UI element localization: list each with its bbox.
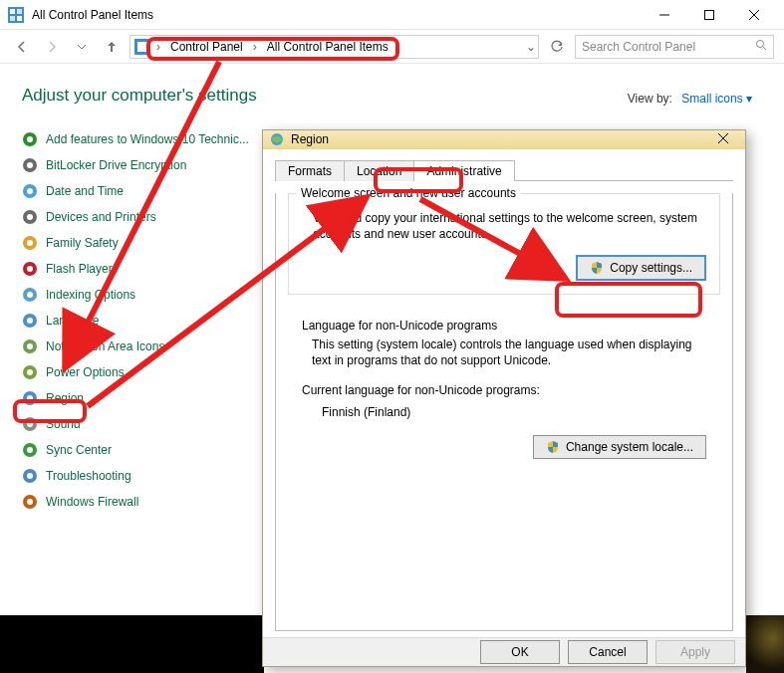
item-icon bbox=[22, 338, 38, 354]
svg-point-14 bbox=[27, 136, 33, 142]
svg-point-36 bbox=[27, 421, 33, 427]
shield-icon bbox=[546, 440, 560, 454]
item-label: Indexing Options bbox=[46, 288, 135, 302]
cp-folder-icon bbox=[134, 39, 150, 55]
search-icon bbox=[755, 39, 767, 54]
item-icon bbox=[22, 468, 38, 484]
svg-rect-3 bbox=[10, 16, 15, 21]
ok-button[interactable]: OK bbox=[480, 640, 560, 664]
svg-point-28 bbox=[27, 318, 33, 324]
maximize-button[interactable] bbox=[686, 0, 731, 29]
view-by: View by: Small icons ▾ bbox=[628, 92, 752, 106]
item-icon bbox=[22, 235, 38, 251]
svg-rect-6 bbox=[704, 10, 713, 19]
group-text: This setting (system locale) controls th… bbox=[312, 336, 706, 368]
item-label: Devices and Printers bbox=[46, 210, 156, 224]
item-icon bbox=[22, 131, 38, 147]
tab-location[interactable]: Location bbox=[344, 160, 414, 181]
item-icon bbox=[22, 183, 38, 199]
decorative-footer bbox=[746, 615, 784, 673]
group-legend: Language for non-Unicode programs bbox=[302, 319, 497, 333]
item-icon bbox=[22, 364, 38, 380]
nav-history-dropdown[interactable] bbox=[70, 35, 94, 59]
close-button[interactable] bbox=[731, 0, 776, 29]
breadcrumb-item[interactable]: Control Panel bbox=[166, 38, 247, 56]
breadcrumb-item[interactable]: All Control Panel Items bbox=[263, 38, 392, 56]
item-label: BitLocker Drive Encryption bbox=[46, 158, 186, 172]
window-titlebar: All Control Panel Items bbox=[0, 0, 784, 30]
svg-rect-4 bbox=[17, 16, 22, 21]
change-locale-button[interactable]: Change system locale... bbox=[533, 435, 706, 459]
item-icon bbox=[22, 157, 38, 173]
region-icon bbox=[269, 131, 285, 147]
svg-point-40 bbox=[27, 473, 33, 479]
control-panel-icon bbox=[8, 7, 24, 23]
svg-point-32 bbox=[27, 369, 33, 375]
svg-point-16 bbox=[27, 162, 33, 168]
dialog-titlebar[interactable]: Region bbox=[263, 130, 745, 149]
view-by-dropdown[interactable]: Small icons ▾ bbox=[681, 92, 752, 106]
nav-forward-button[interactable] bbox=[40, 35, 64, 59]
dialog-title: Region bbox=[291, 132, 707, 146]
copy-settings-button[interactable]: Copy settings... bbox=[577, 256, 705, 280]
current-locale-label: Current language for non-Unicode program… bbox=[302, 382, 706, 398]
region-dialog: Region Formats Location Administrative W… bbox=[262, 129, 746, 667]
svg-rect-2 bbox=[17, 9, 22, 14]
svg-point-26 bbox=[27, 292, 33, 298]
tab-formats[interactable]: Formats bbox=[275, 160, 345, 181]
item-label: Language bbox=[46, 314, 99, 328]
tab-content: Welcome screen and new user accounts Vie… bbox=[275, 193, 733, 631]
svg-point-20 bbox=[27, 214, 33, 220]
svg-point-34 bbox=[27, 395, 33, 401]
item-label: Power Options bbox=[46, 365, 125, 379]
svg-point-11 bbox=[757, 41, 764, 48]
item-icon bbox=[22, 261, 38, 277]
svg-line-12 bbox=[763, 47, 766, 50]
breadcrumb-sep-icon: › bbox=[154, 40, 162, 54]
apply-button[interactable]: Apply bbox=[655, 640, 735, 664]
svg-point-18 bbox=[27, 188, 33, 194]
item-label: Sync Center bbox=[46, 443, 112, 457]
item-icon bbox=[22, 390, 38, 406]
item-label: Family Safety bbox=[46, 236, 119, 250]
navigation-bar: › Control Panel › All Control Panel Item… bbox=[0, 30, 784, 64]
window-title: All Control Panel Items bbox=[32, 8, 642, 22]
item-label: Date and Time bbox=[46, 184, 124, 198]
svg-rect-1 bbox=[10, 9, 15, 14]
minimize-button[interactable] bbox=[642, 0, 686, 29]
refresh-button[interactable] bbox=[545, 35, 569, 59]
group-text: View and copy your international setting… bbox=[313, 210, 705, 242]
item-label: Notification Area Icons bbox=[46, 339, 164, 353]
dialog-close-button[interactable] bbox=[707, 132, 739, 146]
svg-rect-10 bbox=[137, 42, 147, 52]
svg-point-42 bbox=[27, 499, 33, 505]
decorative-footer bbox=[0, 615, 264, 673]
item-icon bbox=[22, 209, 38, 225]
cancel-button[interactable]: Cancel bbox=[568, 640, 648, 664]
search-placeholder: Search Control Panel bbox=[582, 40, 695, 54]
address-dropdown-icon[interactable]: ⌄ bbox=[526, 40, 536, 54]
svg-point-22 bbox=[27, 240, 33, 246]
item-icon bbox=[22, 287, 38, 303]
item-icon bbox=[22, 494, 38, 510]
current-locale-value: Finnish (Finland) bbox=[322, 404, 706, 420]
svg-point-38 bbox=[27, 447, 33, 453]
item-label: Windows Firewall bbox=[46, 495, 138, 509]
shield-icon bbox=[590, 261, 604, 275]
welcome-group: Welcome screen and new user accounts Vie… bbox=[288, 193, 720, 295]
group-legend: Welcome screen and new user accounts bbox=[297, 186, 520, 200]
dialog-footer: OK Cancel Apply bbox=[263, 637, 745, 666]
nav-back-button[interactable] bbox=[10, 35, 34, 59]
svg-point-30 bbox=[27, 343, 33, 349]
item-icon bbox=[22, 416, 38, 432]
breadcrumb-sep-icon: › bbox=[251, 40, 259, 54]
locale-group: Language for non-Unicode programs This s… bbox=[288, 307, 720, 473]
address-bar[interactable]: › Control Panel › All Control Panel Item… bbox=[130, 35, 539, 59]
item-label: Add features to Windows 10 Technic... bbox=[46, 132, 249, 146]
tab-administrative[interactable]: Administrative bbox=[413, 160, 514, 181]
dialog-tabs: Formats Location Administrative bbox=[275, 159, 733, 181]
item-label: Sound bbox=[46, 417, 81, 431]
item-icon bbox=[22, 313, 38, 329]
nav-up-button[interactable] bbox=[100, 35, 124, 59]
search-input[interactable]: Search Control Panel bbox=[575, 35, 774, 59]
